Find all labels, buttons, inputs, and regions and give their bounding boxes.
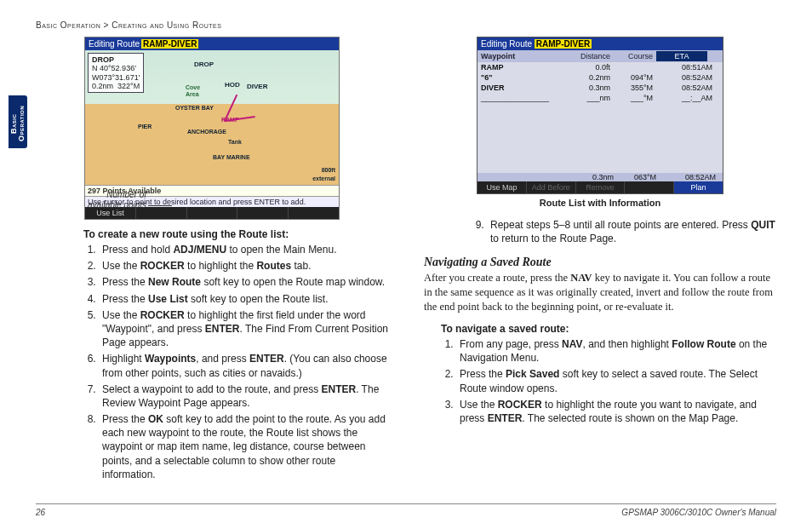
step-4: Press the Use List soft key to open the … xyxy=(99,292,388,306)
list-softkey-row: Use Map Add Before Remove Plan xyxy=(477,181,723,193)
page-footer: 26 GPSMAP 3006C/3010C Owner's Manual xyxy=(36,503,776,517)
heading-navigating-saved-route: Navigating a Saved Route xyxy=(424,256,776,269)
step-1: Press and hold ADJ/MENU to open the Main… xyxy=(99,243,388,256)
create-route-steps-cont: Repeat steps 5–8 until all route points … xyxy=(487,218,776,245)
table-row: "6"0.2nm094°M08:52AM xyxy=(477,72,723,83)
table-row: ___________________nm___°M__:__AM xyxy=(477,93,723,103)
step-7: Select a waypoint to add to the route, a… xyxy=(99,382,388,410)
softkey-add-before: Add Before xyxy=(527,181,576,193)
breadcrumb: Basic Operation > Creating and Using Rou… xyxy=(36,20,776,30)
softkey-use-map[interactable]: Use Map xyxy=(477,181,527,193)
page-number: 26 xyxy=(36,508,45,517)
list-body: RAMP0.0ft08:51AM "6"0.2nm094°M08:52AM DI… xyxy=(477,62,723,173)
nav-step-1: From any page, press NAV, and then highl… xyxy=(456,337,776,365)
map-titlebar: Editing Route RAMP-DIVER xyxy=(85,37,339,50)
step-8: Press the OK soft key to add the point t… xyxy=(99,412,388,481)
figure-route-list: Editing Route RAMP-DIVER Waypoint Distan… xyxy=(477,37,723,194)
table-row: RAMP0.0ft08:51AM xyxy=(477,62,723,72)
list-totals-row: 0.3nm 063°M 08:52AM xyxy=(477,173,723,181)
left-column: Number of available points Editing Route… xyxy=(36,37,388,484)
list-titlebar: Editing Route RAMP-DIVER xyxy=(477,37,723,50)
nav-step-2: Press the Pick Saved soft key to select … xyxy=(456,367,776,394)
step-3: Press the New Route soft key to open the… xyxy=(99,275,388,289)
create-route-steps: Press and hold ADJ/MENU to open the Main… xyxy=(99,243,388,481)
nav-step-3: Use the ROCKER to highlight the route yo… xyxy=(456,398,776,425)
list-header-row: Waypoint Distance Course ETA xyxy=(477,50,723,62)
col-course: Course xyxy=(614,51,656,61)
callout-leader-line xyxy=(148,205,172,206)
navigate-route-steps: From any page, press NAV, and then highl… xyxy=(456,337,776,425)
col-eta[interactable]: ETA xyxy=(656,51,707,61)
right-column: Editing Route RAMP-DIVER Waypoint Distan… xyxy=(424,37,776,484)
map-canvas: DROP N 40°52.936' W073°31.671' 0.2nm 322… xyxy=(85,50,339,185)
table-row: DIVER0.3nm355°M08:52AM xyxy=(477,83,723,93)
side-tab-basic-operation: Basic Operation xyxy=(9,95,27,148)
step-2: Use the ROCKER to highlight the Routes t… xyxy=(99,259,388,273)
map-route-name: RAMP-DIVER xyxy=(141,39,198,49)
softkey-plan[interactable]: Plan xyxy=(674,181,723,193)
softkey-remove: Remove xyxy=(576,181,626,193)
step-6: Highlight Waypoints, and press ENTER. (Y… xyxy=(99,352,388,379)
manual-title: GPSMAP 3006C/3010C Owner's Manual xyxy=(621,508,776,517)
crumb-section: Basic Operation xyxy=(36,20,100,30)
heading-create-route: To create a new route using the Route li… xyxy=(83,228,388,240)
map-title-prefix: Editing Route xyxy=(89,39,140,49)
callout-points-available: Number of available points xyxy=(87,190,146,210)
map-labels-layer: DROP HOD DIVER OYSTER BAY ANCHORAGE RAMP… xyxy=(85,50,339,185)
nav-body-paragraph: After you create a route, press the NAV … xyxy=(424,271,776,314)
col-waypoint: Waypoint xyxy=(477,51,563,61)
step-5: Use the ROCKER to highlight the first fi… xyxy=(99,308,388,350)
crumb-page: Creating and Using Routes xyxy=(112,20,221,30)
crumb-sep: > xyxy=(104,20,109,30)
col-distance: Distance xyxy=(563,51,614,61)
step-9: Repeat steps 5–8 until all route points … xyxy=(487,218,776,245)
figure-caption-route-list: Route List with Information xyxy=(424,198,776,208)
heading-to-navigate: To navigate a saved route: xyxy=(441,323,776,335)
